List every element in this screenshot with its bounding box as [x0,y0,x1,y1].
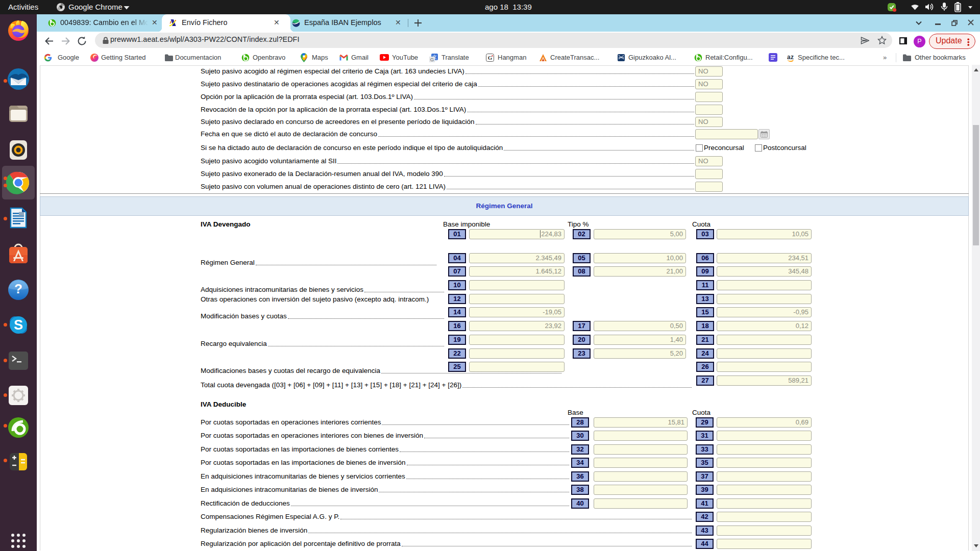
svg-text:G: G [488,55,493,61]
svg-text:G: G [430,57,434,62]
svg-text:?: ? [14,281,22,296]
svg-text:a: a [787,54,791,61]
svg-text:S: S [14,317,23,333]
svg-text:z: z [791,54,794,61]
